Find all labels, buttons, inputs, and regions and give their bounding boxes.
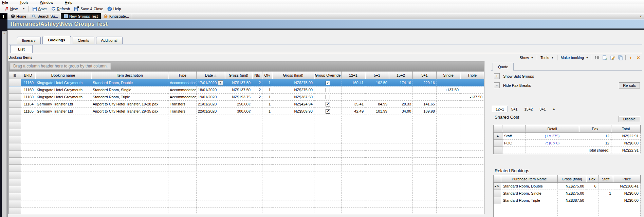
pax-tab-12-1[interactable]: 12+1 (492, 106, 508, 112)
tab-new-groups-test[interactable]: New Groups Test (61, 13, 101, 19)
tab-quote[interactable]: Quote (493, 63, 514, 71)
column-header-total[interactable]: Total (611, 125, 641, 133)
tab-itinerary[interactable]: Itinerary (17, 37, 41, 44)
empty-grid-row (9, 143, 484, 151)
expand-icon[interactable]: + (494, 73, 500, 79)
column-header-booking-name[interactable]: Booking name (35, 72, 91, 79)
menu-file[interactable]: File (2, 0, 8, 4)
close-tab-icon[interactable]: x (639, 15, 643, 18)
empty-row (494, 211, 641, 217)
pax-tab-5-1[interactable]: 5+1 (508, 106, 521, 112)
column-header-purchase-item-name[interactable]: Purchase Item Name (501, 175, 558, 183)
chevron-down-icon: ▼ (23, 7, 25, 10)
document-icon (64, 14, 68, 18)
related-bookings-heading: Related Bookings (495, 168, 529, 173)
column-header-gross-unit[interactable]: Gross (unit) (225, 72, 252, 79)
column-header-bkid[interactable]: BkID (21, 72, 35, 79)
pax-tab-add[interactable]: + (549, 106, 558, 112)
table-row[interactable]: FOC 7: (0 x 0) 12 NZ$0.00 (494, 140, 641, 147)
delete-icon[interactable]: ✕ (636, 55, 641, 60)
staff-detail-link[interactable]: (1 x 275) (545, 134, 559, 138)
collapsed-side-panel[interactable]: I ^ (0, 13, 7, 217)
add-icon[interactable]: + (628, 55, 633, 60)
side-panel-scrollbar[interactable]: ^ (2, 31, 7, 217)
collapse-icon[interactable]: − (494, 82, 500, 88)
sort-ascending-icon: △ (214, 74, 216, 77)
edit-item-icon[interactable] (610, 55, 615, 60)
column-header-triple[interactable]: Triple (460, 72, 484, 79)
column-header-type[interactable]: Type (168, 72, 197, 79)
table-row[interactable]: Standard Room, Triple NZ$387.50 NZ$0.00 (494, 197, 641, 204)
column-header-detail[interactable]: Detail (526, 125, 579, 133)
pax-tab-3-1[interactable]: 3+1 (536, 106, 549, 112)
make-booking-dropdown[interactable]: Make booking▼ (559, 55, 590, 60)
column-header-pax[interactable]: Pax (579, 125, 611, 133)
tab-bookings[interactable]: Bookings (42, 36, 71, 44)
column-header-qty[interactable]: Qty (262, 72, 272, 79)
table-row[interactable]: Standard Room, Single NZ$275.00 1 NZ$0.0… (494, 190, 641, 197)
column-header-3-1[interactable]: 3+1 (413, 72, 437, 79)
recalc-button[interactable]: Re-calc (619, 82, 640, 88)
column-header-gross-final[interactable]: Gross (final) (272, 72, 314, 79)
pax-tab-15-2[interactable]: 15+2 (521, 106, 536, 112)
table-row[interactable]: 11160 Kingsgate Hotel Greymouth Standard… (9, 86, 484, 94)
tools-dropdown[interactable]: Tools▼ (539, 55, 555, 60)
column-header-nts[interactable]: Nts (252, 72, 262, 79)
menu-tools[interactable]: Tools (20, 0, 29, 4)
column-header-12-1[interactable]: 12+1 (342, 72, 365, 79)
column-header-group-override[interactable]: Group Override (314, 72, 342, 79)
tab-clients[interactable]: Clients (73, 37, 94, 44)
show-dropdown[interactable]: Show▼ (518, 55, 534, 60)
copy-item-icon[interactable] (618, 55, 623, 60)
tab-list[interactable]: List (10, 45, 33, 53)
row-selector-header[interactable]: ⊞ (9, 72, 21, 79)
group-override-checkbox[interactable] (326, 102, 330, 106)
move-top-icon[interactable] (594, 55, 600, 60)
table-row[interactable]: ▶ Staff (1 x 275) 12 NZ$22.91 (494, 133, 641, 140)
refresh-button[interactable]: Refresh (49, 6, 72, 12)
save-close-button[interactable]: Save & Close (72, 6, 105, 12)
column-header-date[interactable]: Date△ (197, 72, 225, 79)
column-header-5-1[interactable]: 5+1 (365, 72, 389, 79)
column-header-gross-final[interactable]: Gross (final) (558, 175, 586, 183)
column-header-15-2[interactable]: 15+2 (389, 72, 413, 79)
menu-window[interactable]: Window (40, 0, 53, 4)
group-override-checkbox[interactable] (326, 81, 330, 85)
insert-item-icon[interactable] (602, 55, 608, 60)
save-button[interactable]: Save (30, 6, 49, 12)
total-shared-label: Total shared: (579, 147, 611, 154)
runner-icon (4, 6, 9, 11)
group-override-checkbox[interactable] (326, 88, 330, 92)
chevron-up-icon[interactable]: ^ (2, 32, 6, 36)
column-header-single[interactable]: Single (437, 72, 460, 79)
empty-grid-row (9, 115, 484, 122)
chevron-down-icon: ▼ (586, 57, 588, 59)
foc-detail-link[interactable]: 7: (0 x 0) (545, 141, 559, 145)
disable-button[interactable]: Disable (619, 116, 640, 122)
column-header-item-description[interactable]: Item description (91, 72, 168, 79)
column-header-price[interactable]: Price (613, 175, 641, 183)
edit-row-icon: ✎ (496, 184, 499, 189)
column-header-staff[interactable]: Staff (599, 175, 613, 183)
table-row[interactable]: 11160 Kingsgate Hotel Greymouth Standard… (9, 79, 484, 86)
tab-home[interactable]: Home (8, 13, 29, 19)
group-override-checkbox[interactable] (326, 109, 330, 114)
table-row[interactable]: 11160 Kingsgate Hotel Greymouth Standard… (9, 94, 484, 101)
menu-help[interactable]: Help (65, 0, 73, 4)
tab-additional[interactable]: Additional (96, 37, 123, 44)
help-button[interactable]: ? Help (105, 6, 123, 12)
date-dropdown-button[interactable]: ▼ (218, 80, 223, 85)
group-by-bar[interactable]: Drag a column header here to group by th… (9, 61, 484, 72)
table-row[interactable]: ▸✎ Standard Room, Double NZ$275.00 6 NZ$… (494, 183, 641, 190)
search-icon (32, 14, 36, 18)
group-override-checkbox[interactable] (326, 95, 330, 99)
tab-kingsgate[interactable]: Kingsgate... (101, 13, 132, 19)
table-row[interactable]: 11165 Germany Transfer Ltd Airport to Ci… (9, 108, 484, 115)
show-split-groups-label: Show Split Groups (503, 74, 534, 78)
shared-cost-heading: Shared Cost (495, 115, 519, 120)
column-header-pax[interactable]: Pax (586, 175, 599, 183)
tab-search-suppliers[interactable]: Search Su... (29, 13, 61, 19)
table-row[interactable]: 11164 Germany Transfer Ltd Airport to Ci… (9, 101, 484, 108)
empty-grid-row (9, 136, 484, 143)
new-button[interactable]: New... ▼ (2, 6, 27, 12)
